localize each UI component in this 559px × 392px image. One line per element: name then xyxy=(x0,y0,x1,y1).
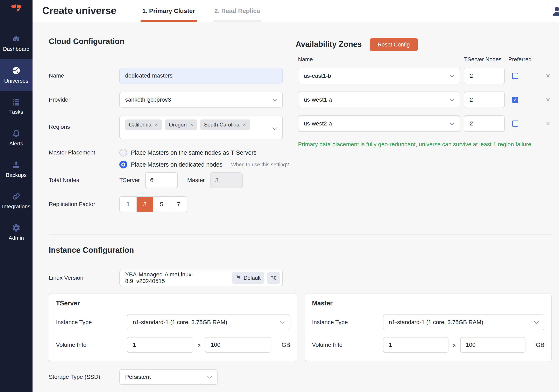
sidebar-item-label: Admin xyxy=(9,235,24,241)
master-nodes-input: 3 xyxy=(210,172,243,188)
region-chip-label: Oregon xyxy=(169,122,187,128)
chevron-down-icon xyxy=(207,374,212,380)
az-nodes-value: 2 xyxy=(470,96,473,103)
rf-option-7[interactable]: 7 xyxy=(170,197,187,212)
linux-version-select[interactable]: YBA-Managed-AlmaLinux-8.9_v20240515 ⚑ De… xyxy=(119,270,283,286)
preferred-checkbox[interactable] xyxy=(512,120,518,127)
az-nodes-input[interactable]: 2 xyxy=(464,68,505,84)
yugabyte-logo-icon[interactable] xyxy=(0,3,33,17)
sidebar-item-admin[interactable]: Admin xyxy=(0,217,33,248)
radio-option-label: Place Masters on dedicated nodes xyxy=(131,161,223,168)
tserver-instance-type-select[interactable]: n1-standard-1 (1 core, 3.75GB RAM) xyxy=(127,314,290,330)
alerts-bell-icon xyxy=(11,129,21,138)
preferred-checkbox[interactable] xyxy=(512,73,518,79)
az-preferred-column-header: Preferred xyxy=(508,56,532,63)
regions-label: Regions xyxy=(49,124,119,130)
sidebar-item-label: Backups xyxy=(6,172,27,178)
inactive-tab-underline xyxy=(213,20,261,22)
rf-option-5[interactable]: 5 xyxy=(153,197,170,212)
az-nodes-input[interactable]: 2 xyxy=(464,91,505,108)
instance-type-value: n1-standard-1 (1 core, 3.75GB RAM) xyxy=(133,319,227,326)
provider-value: sanketh-gcpprov3 xyxy=(125,96,171,103)
storage-type-select[interactable]: Persistent xyxy=(119,369,218,385)
master-placement-options: Place Masters on the same nodes as T-Ser… xyxy=(119,148,289,172)
replication-factor-group: 1 3 5 7 xyxy=(119,196,187,212)
az-select-us-west2-a[interactable]: us-west2-a xyxy=(298,115,460,132)
replication-factor-label: Replication Factor xyxy=(49,201,119,208)
radio-option-same-nodes[interactable]: Place Masters on the same nodes as T-Ser… xyxy=(119,148,289,157)
volume-multiplier: x xyxy=(453,342,456,348)
sidebar-item-backups[interactable]: Backups xyxy=(0,154,33,185)
sidebar: Dashboard Universes xyxy=(0,0,33,392)
tserver-volume-size-input[interactable]: 100 xyxy=(205,337,271,353)
cloud-configuration-heading: Cloud Configuration xyxy=(49,37,124,46)
linux-version-label: Linux Version xyxy=(49,274,119,281)
sidebar-item-universes[interactable]: Universes xyxy=(0,59,33,91)
az-nodes-input[interactable]: 2 xyxy=(464,115,505,132)
az-select-us-east1-b[interactable]: us-east1-b xyxy=(298,68,460,84)
admin-gear-icon xyxy=(12,223,21,232)
yb-managed-badge[interactable] xyxy=(267,272,280,284)
replication-factor-row: Replication Factor 1 3 5 7 xyxy=(49,196,283,212)
tserver-card-heading: TServer xyxy=(56,300,290,307)
tab-label: 2. Read Replica xyxy=(214,7,260,14)
total-nodes-row: Total Nodes TServer 6 Master 3 xyxy=(49,172,283,188)
universe-name-input[interactable]: dedicated-masters xyxy=(119,68,283,83)
tserver-nodes-input[interactable]: 6 xyxy=(145,172,178,188)
regions-multiselect[interactable]: California × Oregon × South Carolina × xyxy=(119,116,283,139)
provider-row: Provider sanketh-gcpprov3 xyxy=(49,92,283,108)
default-badge: ⚑ Default xyxy=(232,272,264,284)
remove-az-icon[interactable]: × xyxy=(546,96,550,103)
remove-region-icon[interactable]: × xyxy=(190,122,193,128)
remove-region-icon[interactable]: × xyxy=(243,122,246,128)
radio-icon[interactable] xyxy=(119,161,127,168)
region-chip: California × xyxy=(125,119,162,130)
sidebar-nav: Dashboard Universes xyxy=(0,28,33,248)
when-to-use-link[interactable]: When to use this setting? xyxy=(231,162,289,168)
master-volume-size-input[interactable]: 100 xyxy=(460,337,526,353)
instance-type-label: Instance Type xyxy=(312,319,383,326)
chevron-down-icon xyxy=(272,96,278,103)
tserver-nodes-value: 6 xyxy=(150,177,154,184)
universes-globe-icon xyxy=(11,66,21,75)
tab-label: 1. Primary Cluster xyxy=(142,7,195,14)
universe-name-value: dedicated-masters xyxy=(125,73,172,79)
master-volume-count-input[interactable]: 1 xyxy=(383,337,448,353)
radio-option-dedicated-nodes[interactable]: Place Masters on dedicated nodes When to… xyxy=(119,160,289,169)
storage-type-row: Storage Type (SSD) Persistent xyxy=(49,369,283,385)
volume-unit-label: GB xyxy=(281,342,290,348)
remove-az-icon[interactable]: × xyxy=(546,120,550,127)
user-icon[interactable] xyxy=(553,5,559,17)
tserver-volume-info-row: Volume Info 1 x 100 GB xyxy=(56,337,290,353)
rf-option-3[interactable]: 3 xyxy=(137,197,154,212)
tab-primary-cluster[interactable]: 1. Primary Cluster xyxy=(140,0,197,22)
sidebar-item-tasks[interactable]: Tasks xyxy=(0,91,33,122)
master-instance-type-select[interactable]: n1-standard-1 (1 core, 3.75GB RAM) xyxy=(383,314,544,330)
radio-icon[interactable] xyxy=(119,149,127,156)
sidebar-item-label: Alerts xyxy=(9,140,23,147)
master-placement-group: Master Placement Place Masters on the sa… xyxy=(49,148,337,172)
sidebar-item-alerts[interactable]: Alerts xyxy=(0,122,33,154)
integrations-link-icon xyxy=(11,192,21,201)
sidebar-item-dashboard[interactable]: Dashboard xyxy=(0,28,33,59)
regions-row: Regions California × Oregon × South Caro… xyxy=(49,116,283,139)
sidebar-item-integrations[interactable]: Integrations xyxy=(0,185,33,217)
az-nodes-value: 2 xyxy=(470,73,473,79)
remove-region-icon[interactable]: × xyxy=(155,122,158,128)
region-chip-label: California xyxy=(129,122,151,128)
provider-select[interactable]: sanketh-gcpprov3 xyxy=(119,92,283,108)
reset-config-button[interactable]: Reset Config xyxy=(370,38,418,51)
region-chip: Oregon × xyxy=(165,119,197,130)
chevron-down-icon xyxy=(534,319,539,326)
az-select-us-west1-a[interactable]: us-west1-a xyxy=(298,91,460,108)
rf-option-1[interactable]: 1 xyxy=(120,197,137,212)
tserver-volume-count-input[interactable]: 1 xyxy=(127,337,193,353)
remove-az-icon[interactable]: × xyxy=(546,72,550,80)
master-card: Master Instance Type n1-standard-1 (1 co… xyxy=(305,293,552,362)
az-tserver-nodes-column-header: TServer Nodes xyxy=(464,56,502,63)
master-instance-type-row: Instance Type n1-standard-1 (1 core, 3.7… xyxy=(312,314,544,330)
preferred-checkbox[interactable] xyxy=(512,97,518,103)
tab-read-replica[interactable]: 2. Read Replica xyxy=(213,0,261,22)
master-nodes-value: 3 xyxy=(215,177,218,184)
page-title: Create universe xyxy=(42,5,116,16)
